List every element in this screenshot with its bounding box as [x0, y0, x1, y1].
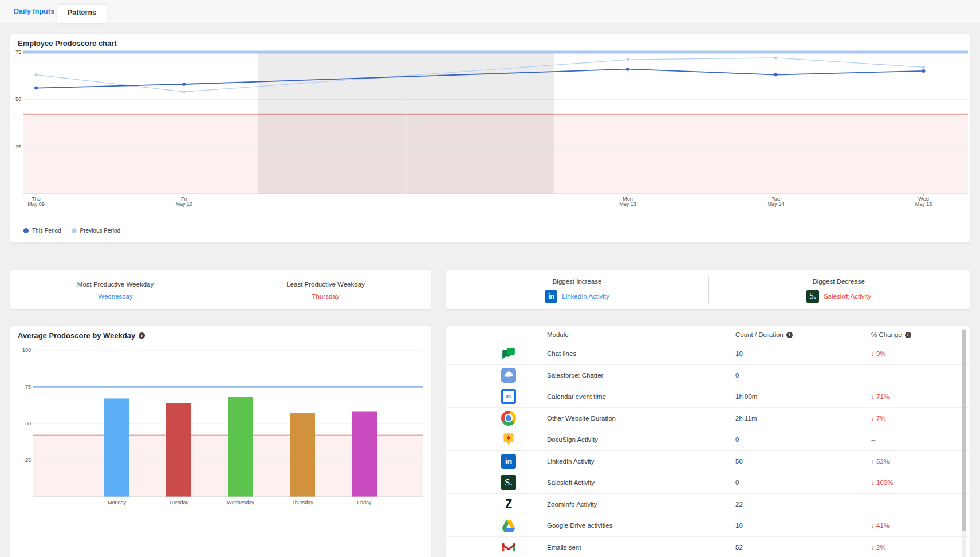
- module-change: ↓9%: [871, 350, 886, 357]
- y-tick-label: 25: [25, 457, 31, 463]
- arrow-down-icon: ↓: [871, 415, 874, 422]
- table-body: Chat lines 10 ↓9% Salesforce: Chatter 0 …: [446, 343, 970, 557]
- x-tick-label: Monday: [108, 500, 127, 505]
- prodoscore-chart-title: Employee Prodoscore chart: [18, 39, 117, 48]
- arrow-down-icon: ↓: [871, 351, 874, 357]
- legend-this-period[interactable]: This Period: [23, 227, 61, 234]
- bar-thursday[interactable]: [290, 413, 315, 497]
- linkedin-icon: in: [545, 290, 557, 303]
- salesloft-icon: S.: [806, 290, 819, 303]
- module-name: Calendar event time: [547, 393, 606, 400]
- data-point[interactable]: [626, 58, 629, 61]
- data-point[interactable]: [183, 91, 186, 93]
- y-tick-label: 50: [15, 96, 21, 102]
- module-change: ↓7%: [871, 415, 886, 422]
- table-scrollbar[interactable]: [962, 328, 966, 557]
- module-name: LinkedIn Activity: [547, 458, 594, 465]
- table-row: Salesforce: Chatter 0 --: [446, 365, 970, 387]
- salesloft-icon: S.: [501, 475, 516, 490]
- arrow-down-icon: ↓: [871, 523, 874, 529]
- module-count: 1h 00m: [735, 393, 757, 400]
- info-icon[interactable]: i: [905, 332, 911, 338]
- data-point[interactable]: [922, 66, 925, 69]
- module-highlights-card: Biggest Increase in LinkedIn Activity Bi…: [446, 269, 970, 309]
- x-tick-label: Wednesday: [227, 500, 254, 505]
- bar-friday[interactable]: [352, 412, 377, 497]
- prodoscore-line-chart-svg: 755025ThuMay 09FriMay 10MonMay 13TueMay …: [10, 50, 970, 211]
- module-change: --: [871, 372, 876, 379]
- weekday-bar-chart-svg: 100755025MondayTuesdayWednesdayThursdayF…: [10, 342, 431, 531]
- biggest-increase-label: Biggest Increase: [553, 278, 602, 285]
- x-tick-label: May 13: [619, 201, 636, 207]
- biggest-decrease-label: Biggest Decrease: [813, 278, 865, 285]
- module-change: ↓100%: [871, 479, 893, 486]
- table-row: Z ZoomInfo Activity 22 --: [446, 494, 970, 516]
- google-chat-icon: [501, 346, 516, 361]
- module-name: ZoomInfo Activity: [547, 501, 597, 508]
- y-tick-label: 75: [25, 384, 31, 390]
- google-drive-icon: [501, 518, 516, 533]
- data-point[interactable]: [34, 73, 37, 76]
- module-count: 10: [735, 522, 743, 529]
- bar-tuesday[interactable]: [166, 403, 191, 497]
- module-name: Other Website Duration: [547, 415, 616, 422]
- google-calendar-icon: 31: [501, 389, 516, 404]
- arrow-down-icon: ↓: [871, 480, 874, 486]
- most-productive-value: Wednesday: [98, 293, 133, 300]
- data-point[interactable]: [774, 56, 777, 59]
- biggest-decrease-value: Salesloft Activity: [824, 293, 871, 300]
- module-change: ↓41%: [871, 522, 890, 529]
- bar-monday[interactable]: [104, 398, 129, 497]
- arrow-up-icon: ↑: [871, 458, 874, 465]
- table-row: S. Salesloft Activity 0 ↓100%: [446, 472, 970, 494]
- table-row: Emails sent 52 ↓2%: [446, 537, 970, 557]
- arrow-down-icon: ↓: [871, 544, 874, 551]
- module-count: 10: [735, 350, 743, 357]
- module-name: Chat lines: [547, 350, 576, 357]
- data-point[interactable]: [34, 87, 38, 90]
- info-icon[interactable]: i: [139, 332, 145, 339]
- data-point[interactable]: [182, 83, 186, 86]
- table-row: Other Website Duration 2h 11m ↓7%: [446, 408, 970, 430]
- data-point[interactable]: [626, 68, 629, 71]
- table-row: Google Drive activities 10 ↓41%: [446, 515, 970, 537]
- table-header: Module Count / Durationi % Changei: [446, 326, 970, 343]
- table-row: 31 Calendar event time 1h 00m ↓71%: [446, 386, 970, 408]
- module-change: ↓2%: [871, 544, 886, 551]
- weekday-highlights-card: Most Productive Weekday Wednesday Least …: [10, 269, 431, 309]
- x-tick-label: May 14: [768, 201, 785, 207]
- x-tick-label: May 09: [27, 201, 45, 207]
- salesforce-chatter-icon: [501, 368, 516, 383]
- target-band: [23, 51, 968, 54]
- table-row: Chat lines 10 ↓9%: [446, 343, 970, 365]
- data-point[interactable]: [922, 69, 926, 73]
- data-point[interactable]: [774, 73, 777, 77]
- weekday-bar-chart-card: Average Prodoscore by Weekday i 10075502…: [10, 325, 431, 557]
- module-count: 0: [735, 436, 739, 443]
- least-productive-weekday: Least Productive Weekday Thursday: [221, 270, 431, 309]
- info-icon[interactable]: i: [786, 332, 793, 338]
- table-row: DocuSign Activity 0 --: [446, 429, 970, 451]
- tab-daily-inputs[interactable]: Daily Inputs: [14, 7, 54, 15]
- module-change: --: [871, 436, 876, 443]
- module-change: --: [871, 501, 876, 508]
- x-tick-label: May 10: [175, 201, 192, 207]
- bar-wednesday[interactable]: [228, 397, 253, 497]
- legend-this-period-label: This Period: [32, 227, 61, 234]
- x-tick-label: May 15: [915, 201, 932, 207]
- column-percent-change: % Changei: [871, 331, 911, 338]
- previous-period-dot-icon: [72, 228, 77, 233]
- module-name: Emails sent: [547, 544, 581, 551]
- scrollbar-thumb[interactable]: [962, 330, 966, 531]
- module-count: 22: [735, 501, 743, 508]
- bar-chart-title: Average Prodoscore by Weekday: [18, 331, 135, 340]
- arrow-down-icon: ↓: [871, 394, 874, 400]
- module-count: 2h 11m: [735, 415, 757, 422]
- legend-previous-period[interactable]: Previous Period: [72, 227, 121, 234]
- column-count-duration: Count / Durationi: [735, 331, 793, 338]
- tab-bar: Daily Inputs Patterns: [0, 0, 980, 23]
- tab-patterns[interactable]: Patterns: [57, 5, 107, 23]
- x-tick-label: Friday: [357, 500, 372, 505]
- module-change: ↑52%: [871, 458, 890, 465]
- table-row: in LinkedIn Activity 50 ↑52%: [446, 451, 970, 473]
